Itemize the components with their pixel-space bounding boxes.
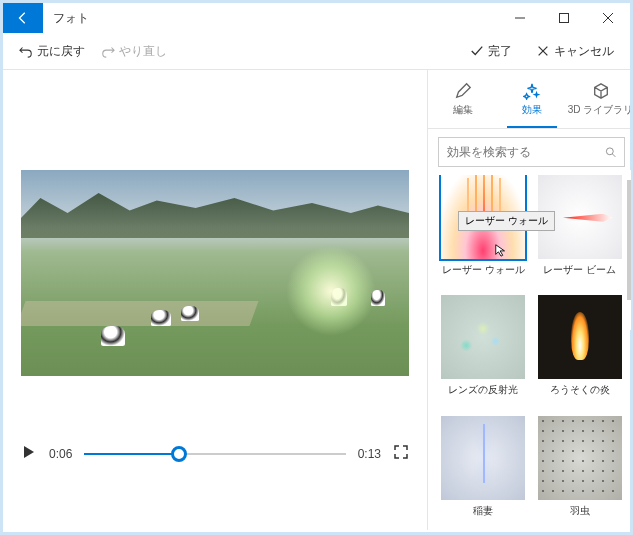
effects-panel: 編集 効果 3D ライブラリ レーザー ウォールレーザー ウォールレーザー ビー…: [427, 70, 633, 530]
app-title: フォト: [43, 10, 89, 27]
playback-controls: 0:06 0:13: [21, 444, 409, 464]
effect-label: 稲妻: [473, 500, 493, 526]
done-button[interactable]: 完了: [462, 39, 520, 64]
cancel-label: キャンセル: [554, 43, 614, 60]
panel-scrollbar[interactable]: [627, 170, 631, 330]
titlebar: フォト: [3, 3, 630, 33]
effect-thumbnail: [441, 416, 525, 500]
cancel-button[interactable]: キャンセル: [528, 39, 622, 64]
fullscreen-button[interactable]: [393, 444, 409, 464]
effect-thumbnail: [538, 416, 622, 500]
effect-label: レーザー ビーム: [543, 259, 616, 285]
close-button[interactable]: [586, 3, 630, 33]
search-icon: [605, 145, 616, 159]
tab-effects-label: 効果: [522, 103, 542, 117]
effect-thumbnail: [441, 295, 525, 379]
effect-label: レーザー ウォール: [442, 259, 525, 285]
scrollbar-thumb[interactable]: [627, 180, 631, 300]
current-time: 0:06: [49, 447, 72, 461]
window-controls: [498, 3, 630, 33]
tooltip: レーザー ウォール: [458, 211, 555, 231]
effect-item[interactable]: レーザー ウォールレーザー ウォール: [438, 175, 529, 289]
done-label: 完了: [488, 43, 512, 60]
tab-3d-library[interactable]: 3D ライブラリ: [566, 70, 633, 128]
minimize-button[interactable]: [498, 3, 542, 33]
toolbar: 元に戻す やり直し 完了 キャンセル: [3, 33, 630, 69]
svg-marker-6: [24, 446, 34, 458]
seek-slider[interactable]: [84, 453, 345, 455]
effect-item[interactable]: レーザー ビーム: [535, 175, 626, 289]
svg-rect-1: [560, 14, 569, 23]
seek-thumb[interactable]: [171, 446, 187, 462]
effect-item[interactable]: 稲妻: [438, 416, 529, 530]
undo-label: 元に戻す: [37, 43, 85, 60]
play-button[interactable]: [21, 444, 37, 464]
search-input[interactable]: [439, 145, 605, 159]
svg-line-8: [613, 154, 616, 157]
effect-item[interactable]: レンズの反射光: [438, 295, 529, 409]
maximize-button[interactable]: [542, 3, 586, 33]
preview-pane: 0:06 0:13: [3, 70, 427, 530]
redo-button[interactable]: やり直し: [93, 39, 175, 64]
effect-label: 羽虫: [570, 500, 590, 526]
tab-3d-label: 3D ライブラリ: [568, 103, 633, 117]
svg-point-7: [606, 148, 613, 155]
tab-edit-label: 編集: [453, 103, 473, 117]
effect-thumbnail: [538, 295, 622, 379]
video-preview[interactable]: [21, 170, 409, 376]
effects-grid: レーザー ウォールレーザー ウォールレーザー ビームレンズの反射光ろうそくの炎稲…: [428, 175, 633, 530]
effect-label: ろうそくの炎: [550, 379, 610, 405]
effects-search[interactable]: [438, 137, 625, 167]
tab-effects[interactable]: 効果: [497, 70, 566, 128]
duration: 0:13: [358, 447, 381, 461]
panel-tabs: 編集 効果 3D ライブラリ: [428, 70, 633, 128]
undo-button[interactable]: 元に戻す: [11, 39, 93, 64]
redo-label: やり直し: [119, 43, 167, 60]
tab-edit[interactable]: 編集: [428, 70, 497, 128]
effect-item[interactable]: 羽虫: [535, 416, 626, 530]
effect-label: レンズの反射光: [448, 379, 518, 405]
cursor-icon: [494, 243, 508, 261]
back-button[interactable]: [3, 3, 43, 33]
effect-item[interactable]: ろうそくの炎: [535, 295, 626, 409]
